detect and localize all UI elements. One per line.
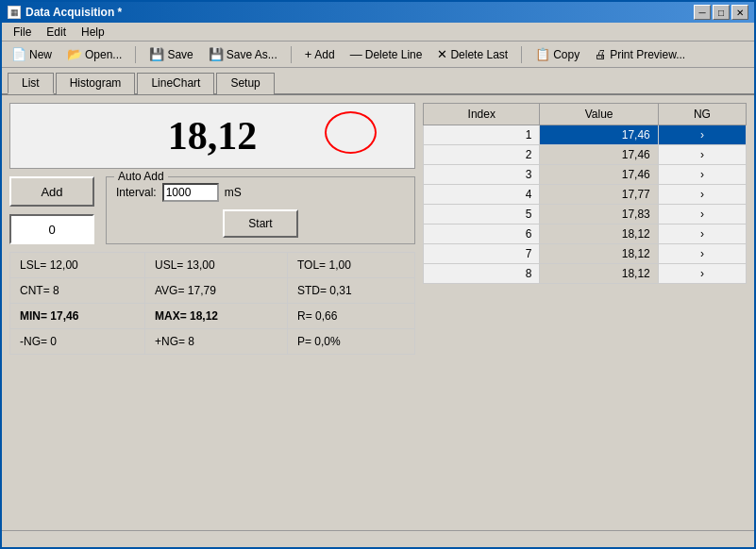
avg-cell: AVG= 17,79 xyxy=(145,278,288,304)
copy-icon: 📋 xyxy=(535,47,550,61)
add-icon: + xyxy=(305,47,312,61)
open-label: Open... xyxy=(85,48,122,61)
menu-file[interactable]: File xyxy=(6,24,39,41)
cell-index: 7 xyxy=(424,244,540,264)
delete-line-button[interactable]: — Delete Line xyxy=(346,45,427,63)
table-row[interactable]: 517,83› xyxy=(424,205,747,225)
tab-linechart[interactable]: LineChart xyxy=(137,73,214,94)
cell-index: 8 xyxy=(424,264,540,284)
toolbar-sep-3 xyxy=(521,46,522,63)
auto-add-legend: Auto Add xyxy=(114,170,168,183)
cell-ng: › xyxy=(658,264,746,284)
header-ng: NG xyxy=(658,104,746,125)
save-as-button[interactable]: 💾 Save As... xyxy=(205,45,281,63)
tab-list[interactable]: List xyxy=(8,73,54,94)
menu-help[interactable]: Help xyxy=(74,24,112,41)
add-section: Add 0 xyxy=(9,176,94,244)
table-row[interactable]: 818,12› xyxy=(424,264,747,284)
cell-index: 1 xyxy=(424,125,540,145)
min-value: MIN= 17,46 xyxy=(20,309,78,323)
r-cell: R= 0,66 xyxy=(288,304,415,329)
save-as-icon: 💾 xyxy=(209,47,224,61)
cell-ng: › xyxy=(658,165,746,185)
save-icon: 💾 xyxy=(149,47,164,61)
delete-last-icon: ✕ xyxy=(437,47,447,61)
add-toolbar-label: Add xyxy=(314,48,334,61)
main-content: 18,12 Add 0 Auto Add Interval: mS xyxy=(2,95,754,530)
status-bar xyxy=(2,530,754,547)
minimize-button[interactable]: ─ xyxy=(694,5,711,20)
tab-histogram[interactable]: Histogram xyxy=(56,73,136,94)
start-button[interactable]: Start xyxy=(223,209,298,238)
interval-label: Interval: xyxy=(116,186,157,199)
cell-index: 3 xyxy=(424,165,540,185)
stats-row-3: MIN= 17,46 MAX= 18,12 R= 0,66 xyxy=(10,304,415,329)
copy-button[interactable]: 📋 Copy xyxy=(531,45,583,63)
save-as-label: Save As... xyxy=(227,48,277,61)
cell-ng: › xyxy=(658,205,746,225)
toolbar-sep-1 xyxy=(135,46,136,63)
tab-bar: List Histogram LineChart Setup xyxy=(2,68,754,95)
pos-ng-cell: +NG= 8 xyxy=(145,329,288,355)
interval-input[interactable] xyxy=(162,183,219,202)
new-button[interactable]: 📄 New xyxy=(8,45,56,63)
new-icon: 📄 xyxy=(11,47,26,61)
tab-setup[interactable]: Setup xyxy=(216,73,274,94)
measurement-value: 18,12 xyxy=(168,113,258,158)
header-index: Index xyxy=(424,104,540,125)
copy-label: Copy xyxy=(553,48,580,61)
cell-ng: › xyxy=(658,244,746,264)
cnt-cell: CNT= 8 xyxy=(10,278,145,304)
lsl-cell: LSL= 12,00 xyxy=(10,253,145,278)
min-cell: MIN= 17,46 xyxy=(10,304,145,329)
add-button[interactable]: Add xyxy=(9,176,94,207)
cell-value: 17,46 xyxy=(540,145,658,165)
cell-value: 17,46 xyxy=(540,125,658,145)
neg-ng-cell: -NG= 0 xyxy=(10,329,145,355)
table-row[interactable]: 217,46› xyxy=(424,145,747,165)
usl-cell: USL= 13,00 xyxy=(145,253,288,278)
delete-last-button[interactable]: ✕ Delete Last xyxy=(433,45,512,63)
cell-value: 18,12 xyxy=(540,264,658,284)
cell-value: 17,46 xyxy=(540,165,658,185)
measurement-box: 18,12 xyxy=(9,103,415,169)
open-button[interactable]: 📂 Open... xyxy=(63,45,126,63)
controls-row: Add 0 Auto Add Interval: mS Start xyxy=(9,176,415,244)
maximize-button[interactable]: □ xyxy=(713,5,730,20)
delete-last-label: Delete Last xyxy=(450,48,508,61)
cell-value: 17,83 xyxy=(540,205,658,225)
window-title: Data Acquisition * xyxy=(25,6,122,19)
auto-add-group: Auto Add Interval: mS Start xyxy=(106,176,415,244)
add-toolbar-button[interactable]: + Add xyxy=(301,45,339,63)
cell-value: 18,12 xyxy=(540,244,658,264)
new-label: New xyxy=(29,48,52,61)
table-row[interactable]: 117,46› xyxy=(424,125,747,145)
table-row[interactable]: 417,77› xyxy=(424,185,747,205)
max-cell: MAX= 18,12 xyxy=(145,304,288,329)
cell-value: 18,12 xyxy=(540,225,658,244)
circle-annotation xyxy=(325,111,377,154)
p-cell: P= 0,0% xyxy=(288,329,415,355)
menu-bar: File Edit Help xyxy=(2,23,754,42)
main-window: ▦ Data Acquisition * ─ □ ✕ File Edit Hel… xyxy=(0,0,756,549)
close-button[interactable]: ✕ xyxy=(731,5,748,20)
window-icon: ▦ xyxy=(8,6,21,19)
save-button[interactable]: 💾 Save xyxy=(145,45,196,63)
table-row[interactable]: 317,46› xyxy=(424,165,747,185)
table-header-row: Index Value NG xyxy=(424,104,747,125)
auto-add-row: Interval: mS xyxy=(116,183,405,202)
right-panel: Index Value NG 117,46›217,46›317,46›417,… xyxy=(423,103,747,523)
std-cell: STD= 0,31 xyxy=(288,278,415,304)
open-icon: 📂 xyxy=(67,47,82,61)
table-row[interactable]: 718,12› xyxy=(424,244,747,264)
delete-line-icon: — xyxy=(350,47,362,61)
cell-ng: › xyxy=(658,185,746,205)
table-row[interactable]: 618,12› xyxy=(424,225,747,244)
stats-row-2: CNT= 8 AVG= 17,79 STD= 0,31 xyxy=(10,278,415,304)
cell-ng: › xyxy=(658,145,746,165)
menu-edit[interactable]: Edit xyxy=(39,24,74,41)
stats-row-4: -NG= 0 +NG= 8 P= 0,0% xyxy=(10,329,415,355)
toolbar-sep-2 xyxy=(291,46,292,63)
cell-index: 6 xyxy=(424,225,540,244)
print-preview-button[interactable]: 🖨 Print Preview... xyxy=(591,45,689,63)
